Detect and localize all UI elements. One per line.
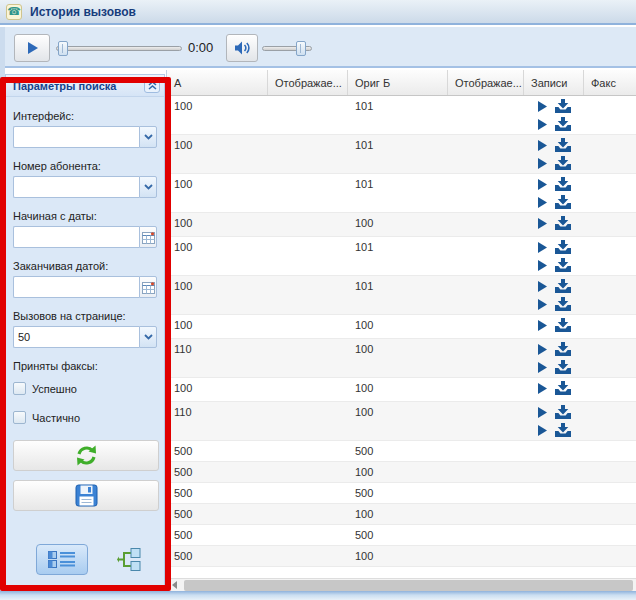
download-icon: [555, 381, 571, 395]
play-record-button[interactable]: [537, 425, 547, 436]
cell-display_a: [268, 441, 348, 461]
date-to-input[interactable]: [13, 276, 139, 298]
download-record-button[interactable]: [555, 258, 571, 272]
calls-per-page-input[interactable]: [13, 326, 139, 348]
table-row[interactable]: 100101: [167, 237, 636, 276]
tree-view-button[interactable]: [112, 544, 146, 575]
dropdown-trigger-button[interactable]: [139, 176, 157, 198]
play-record-button[interactable]: [537, 101, 547, 112]
download-record-button[interactable]: [555, 381, 571, 395]
cell-records: [524, 135, 584, 173]
table-row[interactable]: 500100: [167, 546, 636, 567]
calendar-trigger-button[interactable]: [139, 276, 157, 298]
download-record-button[interactable]: [555, 177, 571, 191]
column-header[interactable]: Записи: [524, 70, 584, 95]
play-record-button[interactable]: [537, 242, 547, 253]
download-record-button[interactable]: [555, 405, 571, 419]
column-header[interactable]: Факс: [584, 70, 636, 95]
play-record-button[interactable]: [537, 119, 547, 130]
play-record-button[interactable]: [537, 344, 547, 355]
table-row[interactable]: 100100: [167, 213, 636, 237]
play-record-button[interactable]: [537, 383, 547, 394]
volume-slider[interactable]: [262, 41, 312, 56]
download-record-button[interactable]: [555, 297, 571, 311]
checkbox-partial[interactable]: Частично: [13, 411, 157, 424]
table-row[interactable]: 100101: [167, 174, 636, 213]
column-header[interactable]: Отображае...: [448, 70, 524, 95]
horizontal-scrollbar[interactable]: [167, 578, 636, 591]
play-record-button[interactable]: [537, 197, 547, 208]
seek-slider[interactable]: [56, 41, 182, 56]
list-view-button[interactable]: [36, 544, 88, 575]
download-record-button[interactable]: [555, 318, 571, 332]
play-button[interactable]: [14, 34, 50, 62]
download-record-button[interactable]: [555, 423, 571, 437]
scroll-left-arrow-icon[interactable]: [167, 579, 182, 591]
download-record-button[interactable]: [555, 138, 571, 152]
download-record-button[interactable]: [555, 195, 571, 209]
dropdown-trigger-button[interactable]: [139, 126, 157, 148]
table-row[interactable]: 110100: [167, 339, 636, 378]
cell-orig_b: 100: [348, 213, 448, 236]
table-row[interactable]: 500100: [167, 504, 636, 525]
calendar-trigger-button[interactable]: [139, 226, 157, 248]
download-record-button[interactable]: [555, 240, 571, 254]
refresh-button[interactable]: [13, 440, 159, 471]
table-row[interactable]: 500500: [167, 441, 636, 462]
panel-header: Параметры поиска: [6, 75, 164, 97]
scrollbar-thumb[interactable]: [184, 580, 633, 591]
download-record-button[interactable]: [555, 360, 571, 374]
play-record-button[interactable]: [537, 158, 547, 169]
download-record-button[interactable]: [555, 99, 571, 113]
table-row[interactable]: 100101: [167, 135, 636, 174]
table-row[interactable]: 500100: [167, 462, 636, 483]
record-entry: [524, 403, 584, 421]
column-header[interactable]: Отображае...: [268, 70, 348, 95]
date-from-input[interactable]: [13, 226, 139, 248]
dropdown-trigger-button[interactable]: [139, 326, 157, 348]
play-record-button[interactable]: [537, 362, 547, 373]
volume-thumb[interactable]: [296, 41, 306, 56]
cell-a: 500: [167, 525, 268, 545]
seek-thumb[interactable]: [58, 41, 68, 56]
table-row[interactable]: 500500: [167, 525, 636, 546]
play-record-button[interactable]: [537, 281, 547, 292]
play-record-button[interactable]: [537, 299, 547, 310]
save-button[interactable]: [13, 480, 159, 511]
play-record-button[interactable]: [537, 140, 547, 151]
play-record-button[interactable]: [537, 320, 547, 331]
cell-display_b: [448, 402, 524, 440]
checkbox-icon[interactable]: [13, 382, 26, 395]
download-icon: [555, 240, 571, 254]
table-row[interactable]: 100100: [167, 315, 636, 339]
play-record-button[interactable]: [537, 407, 547, 418]
play-record-button[interactable]: [537, 218, 547, 229]
table-row[interactable]: 100100: [167, 378, 636, 402]
column-header[interactable]: А: [167, 70, 268, 95]
download-record-button[interactable]: [555, 279, 571, 293]
download-record-button[interactable]: [555, 156, 571, 170]
field-label: Номер абонента:: [13, 160, 157, 172]
interface-input[interactable]: [13, 126, 139, 148]
play-icon: [537, 407, 547, 418]
cell-display_b: [448, 135, 524, 173]
table-row[interactable]: 100101: [167, 276, 636, 315]
play-record-button[interactable]: [537, 260, 547, 271]
download-record-button[interactable]: [555, 216, 571, 230]
table-row[interactable]: 110100: [167, 402, 636, 441]
chevron-down-icon: [144, 334, 153, 340]
phone-icon: ☎: [6, 4, 22, 20]
download-record-button[interactable]: [555, 117, 571, 131]
column-header[interactable]: Ориг Б: [348, 70, 448, 95]
volume-button[interactable]: [226, 34, 258, 62]
download-icon: [555, 279, 571, 293]
download-record-button[interactable]: [555, 342, 571, 356]
table-row[interactable]: 500500: [167, 483, 636, 504]
field-label: Начиная с даты:: [13, 210, 157, 222]
checkbox-icon[interactable]: [13, 411, 26, 424]
play-record-button[interactable]: [537, 179, 547, 190]
subscriber-input[interactable]: [13, 176, 139, 198]
checkbox-success[interactable]: Успешно: [13, 382, 157, 395]
table-row[interactable]: 100101: [167, 96, 636, 135]
collapse-panel-button[interactable]: [144, 78, 160, 93]
